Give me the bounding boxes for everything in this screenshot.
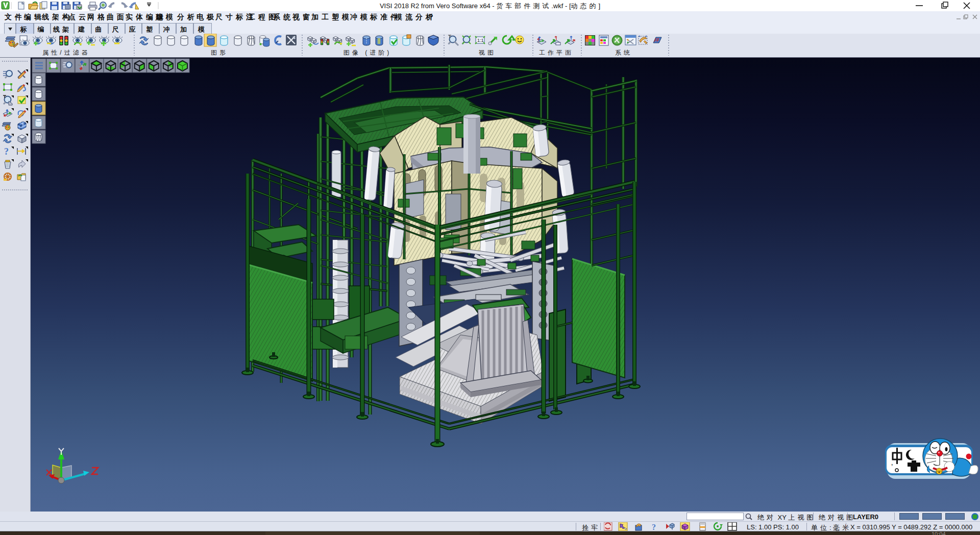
svg-text:?: ?: [652, 523, 656, 531]
svg-text:’: ’: [891, 462, 893, 471]
svg-text:?: ?: [4, 147, 9, 157]
svg-text:1:1: 1:1: [477, 38, 484, 43]
